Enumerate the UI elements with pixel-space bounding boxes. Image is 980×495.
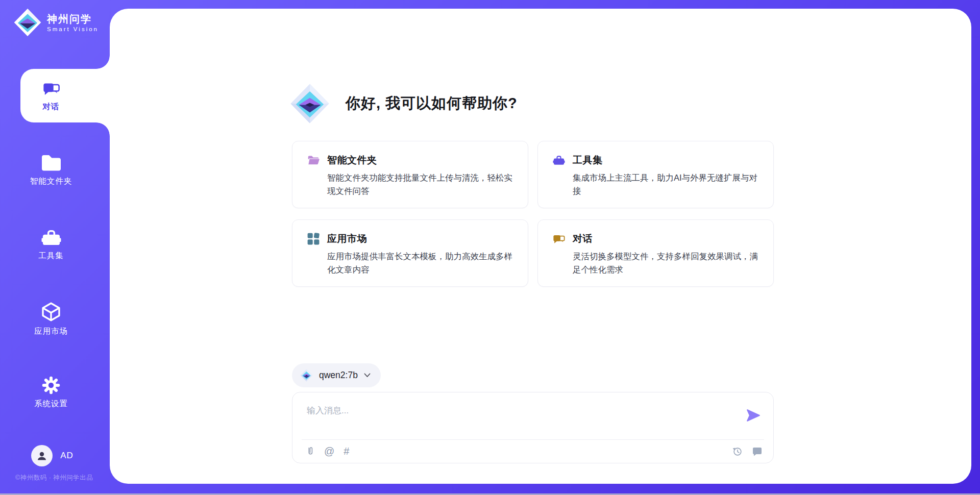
sidebar-item-label: 应用市场: [34, 326, 68, 337]
folder-open-icon: [307, 154, 320, 167]
avatar: [31, 445, 53, 466]
card-title: 智能文件夹: [327, 154, 377, 167]
message-composer: @ #: [292, 392, 774, 463]
composer-toolbar: @ #: [306, 439, 762, 463]
card-smart-folder[interactable]: 智能文件夹 智能文件夹功能支持批量文件上传与清洗，轻松实现文件问答: [292, 141, 528, 208]
feedback-button[interactable]: [752, 446, 762, 456]
card-app-market[interactable]: 应用市场 应用市场提供丰富长文本模板，助力高效生成多样化文章内容: [292, 219, 528, 287]
brand: 神州问学 Smart Vision: [13, 8, 99, 37]
send-icon: [746, 408, 761, 423]
apps-grid-icon: [307, 232, 320, 245]
sidebar: 神州问学 Smart Vision 对话 智能文件夹 工具集 应用市场: [0, 0, 110, 495]
chevron-down-icon: [364, 373, 371, 378]
message-input[interactable]: [306, 404, 737, 435]
active-tab-background: [20, 69, 110, 122]
paperclip-icon: [306, 445, 315, 457]
gear-icon: [40, 376, 62, 395]
sidebar-item-smart-folder[interactable]: 智能文件夹: [0, 153, 110, 187]
sidebar-item-chat[interactable]: 对话: [0, 69, 110, 122]
toolbox-icon: [552, 154, 566, 167]
greeting-title: 你好, 我可以如何帮助你?: [346, 93, 518, 114]
at-glyph: @: [324, 446, 334, 456]
cube-icon: [40, 301, 62, 323]
sidebar-item-label: 工具集: [38, 251, 64, 261]
history-button[interactable]: [732, 446, 743, 457]
sidebar-item-settings[interactable]: 系统设置: [0, 376, 110, 409]
card-description: 集成市场上主流工具，助力AI与外界无缝扩展与对接: [573, 171, 760, 197]
card-title: 工具集: [573, 154, 603, 167]
clock-history-icon: [732, 446, 743, 457]
hash-glyph: #: [344, 446, 349, 456]
brand-text: 神州问学 Smart Vision: [47, 13, 99, 32]
copyright-footer: ©神州数码 · 神州问学出品: [15, 474, 93, 482]
send-button[interactable]: [746, 408, 761, 423]
mention-button[interactable]: @: [324, 446, 334, 456]
chat-icon: [42, 79, 61, 98]
folder-icon: [40, 153, 62, 172]
sidebar-item-app-market[interactable]: 应用市场: [0, 301, 110, 337]
sidebar-item-label: 智能文件夹: [30, 176, 72, 187]
chat-bubble-icon: [752, 446, 762, 456]
card-description: 应用市场提供丰富长文本模板，助力高效生成多样化文章内容: [327, 250, 514, 276]
card-chat[interactable]: 对话 灵活切换多模型文件，支持多样回复效果调试，满足个性化需求: [537, 219, 774, 287]
sidebar-item-label: 对话: [43, 102, 60, 112]
card-toolset[interactable]: 工具集 集成市场上主流工具，助力AI与外界无缝扩展与对接: [537, 141, 774, 208]
app-logo-icon: [289, 83, 330, 124]
app-subtitle: Smart Vision: [47, 26, 99, 32]
user-profile[interactable]: AD: [0, 445, 110, 466]
chat-icon: [552, 232, 566, 245]
card-description: 智能文件夹功能支持批量文件上传与清洗，轻松实现文件问答: [327, 171, 514, 197]
toolbox-icon: [40, 228, 62, 247]
greeting: 你好, 我可以如何帮助你?: [289, 83, 518, 124]
model-name: qwen2:7b: [319, 370, 358, 381]
sidebar-item-label: 系统设置: [34, 399, 68, 409]
main-content: 你好, 我可以如何帮助你? 智能文件夹 智能文件夹功能支持批量文件上传与清洗，轻…: [110, 9, 971, 484]
app-name: 神州问学: [47, 13, 99, 24]
topic-button[interactable]: #: [344, 446, 349, 456]
attach-file-button[interactable]: [306, 445, 315, 457]
card-title: 对话: [573, 232, 593, 245]
card-description: 灵活切换多模型文件，支持多样回复效果调试，满足个性化需求: [573, 250, 760, 276]
user-name: AD: [60, 451, 74, 461]
person-icon: [36, 450, 48, 462]
app-logo-icon: [13, 8, 42, 37]
model-logo-icon: [300, 369, 313, 382]
sidebar-item-toolset[interactable]: 工具集: [0, 228, 110, 261]
model-selector[interactable]: qwen2:7b: [292, 363, 381, 387]
feature-cards: 智能文件夹 智能文件夹功能支持批量文件上传与清洗，轻松实现文件问答 工具集 集成…: [292, 141, 774, 287]
card-title: 应用市场: [327, 232, 367, 245]
